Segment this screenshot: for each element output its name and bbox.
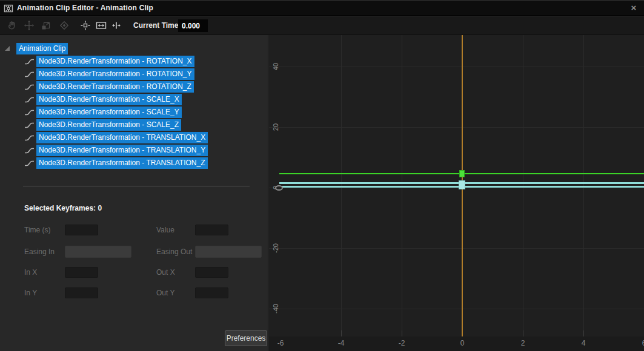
y-tick-label: 40 (272, 59, 281, 74)
easing-out-field[interactable] (195, 246, 262, 258)
x-tick-label: -6 (271, 339, 290, 347)
value-field[interactable] (195, 225, 228, 235)
current-time-label: Current Time (133, 21, 178, 30)
tree-item-rotation-z[interactable]: Node3D.RenderTransformation - ROTATION_Z (0, 81, 268, 93)
tree-item-label[interactable]: Node3D.RenderTransformation - ROTATION_Z (36, 81, 194, 93)
in-y-field[interactable] (65, 287, 98, 298)
y-tick-label: 20 (272, 120, 281, 134)
tree-item-label[interactable]: Node3D.RenderTransformation - TRANSLATIO… (36, 145, 208, 156)
x-tick-label: -4 (332, 339, 350, 347)
title-bar: Animation Clip Editor - Animation Clip × (0, 0, 644, 16)
tree-item-rotation-y[interactable]: Node3D.RenderTransformation - ROTATION_Y (0, 68, 268, 80)
x-tick-label: 4 (574, 339, 593, 347)
in-x-field[interactable] (65, 267, 98, 278)
x-tick-label: 2 (514, 339, 532, 347)
focus-keyframes-icon[interactable] (78, 18, 93, 33)
left-panel: Animation Clip Node3D.RenderTransformati… (0, 35, 268, 351)
animation-curve-icon (24, 96, 35, 103)
scale-icon[interactable] (39, 18, 53, 33)
tree-root-row[interactable]: Animation Clip (16, 42, 68, 54)
toolbar: Current Time (0, 16, 644, 35)
preferences-button[interactable]: Preferences (225, 330, 267, 346)
out-y-label: Out Y (156, 287, 174, 298)
keyframe-marker-rotation[interactable] (459, 170, 465, 177)
x-tick-label: 0 (453, 339, 471, 347)
time-label: Time (s) (24, 225, 51, 235)
tree-item-label[interactable]: Node3D.RenderTransformation - SCALE_X (36, 94, 182, 105)
gridline-y-neg40 (269, 309, 644, 309)
tree-item-label[interactable]: Node3D.RenderTransformation - SCALE_Y (36, 107, 182, 118)
tree-item-label[interactable]: Node3D.RenderTransformation - ROTATION_Y (36, 68, 194, 80)
tree-item-label[interactable]: Node3D.RenderTransformation - SCALE_Z (36, 119, 181, 131)
time-field[interactable] (65, 225, 98, 235)
easing-out-label: Easing Out (156, 246, 192, 257)
value-label: Value (156, 225, 174, 235)
out-x-field[interactable] (195, 267, 228, 278)
keyframe-marker-scale-translation[interactable] (459, 180, 465, 189)
tree-item-translation-x[interactable]: Node3D.RenderTransformation - TRANSLATIO… (0, 132, 268, 143)
expand-horizontal-icon[interactable] (109, 18, 124, 33)
selected-keyframes-header: Selected Keyframes: 0 (24, 204, 102, 212)
curve-editor[interactable]: 40 20 0 -20 -40 -6 -4 -2 0 2 4 6 (269, 35, 644, 351)
tree-item-rotation-x[interactable]: Node3D.RenderTransformation - ROTATION_X (0, 56, 268, 67)
tree-item-label[interactable]: Node3D.RenderTransformation - ROTATION_X (36, 56, 194, 67)
tree-item-label[interactable]: Node3D.RenderTransformation - TRANSLATIO… (36, 157, 208, 169)
close-icon[interactable]: × (628, 2, 639, 13)
animation-clip-icon (4, 4, 13, 13)
tree-item-scale-x[interactable]: Node3D.RenderTransformation - SCALE_X (0, 94, 268, 105)
tree-root-label[interactable]: Animation Clip (16, 43, 68, 54)
gridline-y-40 (269, 67, 644, 67)
tree-item-label[interactable]: Node3D.RenderTransformation - TRANSLATIO… (36, 132, 208, 143)
y-tick-label: -20 (272, 241, 281, 255)
tree-item-translation-y[interactable]: Node3D.RenderTransformation - TRANSLATIO… (0, 145, 268, 156)
current-time-input[interactable] (178, 19, 208, 32)
tree-item-scale-y[interactable]: Node3D.RenderTransformation - SCALE_Y (0, 107, 268, 118)
x-tick-label: 6 (635, 339, 644, 347)
gridline-y-neg20 (269, 248, 644, 249)
animation-curve-icon (24, 71, 35, 78)
out-y-field[interactable] (195, 287, 228, 298)
x-tick (341, 330, 342, 336)
pan-hand-icon[interactable] (5, 18, 19, 33)
fit-horizontal-icon[interactable] (94, 18, 108, 33)
gridline-y-0 (269, 188, 644, 188)
easing-in-field[interactable] (65, 246, 131, 258)
x-tick (583, 330, 584, 336)
x-tick (523, 330, 523, 336)
easing-in-label: Easing In (24, 246, 55, 257)
window-title: Animation Clip Editor - Animation Clip (17, 4, 153, 12)
animation-curve-icon (24, 160, 35, 167)
animation-curve-icon (24, 109, 35, 116)
animation-clip-editor-window: Animation Clip Editor - Animation Clip ×… (0, 0, 644, 351)
tree-expander-icon[interactable] (5, 46, 10, 51)
in-x-label: In X (24, 267, 37, 278)
gridline-y-20 (269, 127, 644, 128)
animation-curve-icon (24, 122, 35, 129)
animation-curve-icon (24, 84, 35, 91)
move-icon[interactable] (22, 18, 36, 33)
x-tick (402, 330, 402, 336)
x-tick-label: -2 (393, 339, 411, 347)
tree-item-translation-z[interactable]: Node3D.RenderTransformation - TRANSLATIO… (0, 157, 268, 169)
keyframe-marker-start[interactable] (275, 185, 283, 191)
in-y-label: In Y (24, 287, 37, 298)
animation-curve-icon (24, 134, 35, 142)
panel-divider (23, 186, 250, 186)
animation-curve-icon (24, 58, 35, 65)
tree-item-scale-z[interactable]: Node3D.RenderTransformation - SCALE_Z (0, 119, 268, 131)
animation-curve-icon (24, 147, 35, 154)
out-x-label: Out X (156, 267, 175, 278)
y-tick-label: -40 (272, 301, 281, 316)
keyframe-diamond-icon[interactable] (57, 18, 71, 33)
